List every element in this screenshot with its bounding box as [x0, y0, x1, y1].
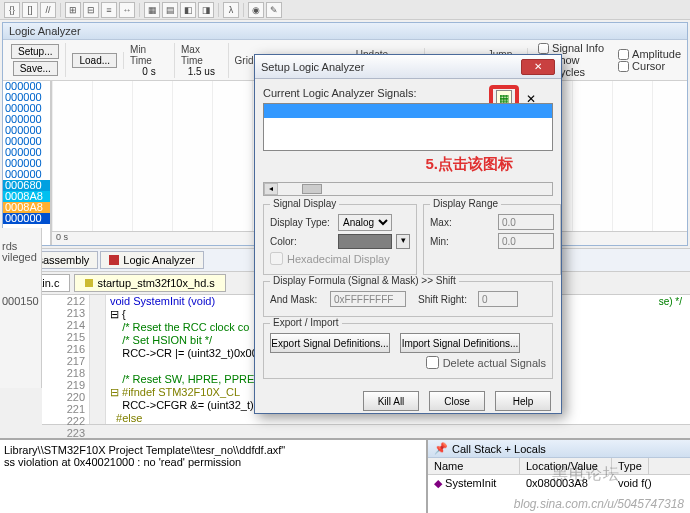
kill-all-button[interactable]: Kill All [363, 391, 419, 411]
and-mask-label: And Mask: [270, 294, 326, 305]
call-stack-title: 📌Call Stack + Locals [428, 440, 690, 458]
max-time-value: 1.5 us [188, 66, 215, 77]
toolbar-icon[interactable]: ⊞ [65, 2, 81, 18]
toolbar-icon[interactable]: ▦ [144, 2, 160, 18]
help-button[interactable]: Help [495, 391, 551, 411]
amplitude-check[interactable]: Amplitude [614, 48, 685, 60]
col-name[interactable]: Name [428, 458, 520, 474]
max-input[interactable] [498, 214, 554, 230]
display-formula-group: Display Formula (Signal & Mask) >> Shift… [263, 281, 553, 317]
asm-file-icon [85, 279, 93, 287]
min-label: Min: [430, 236, 494, 247]
line-numbers: 2122132142152162172182192202212222232242… [42, 295, 90, 424]
min-input[interactable] [498, 233, 554, 249]
color-picker-button[interactable]: ▾ [396, 234, 410, 249]
and-mask-input[interactable] [330, 291, 406, 307]
shift-label: Shift Right: [418, 294, 474, 305]
dialog-title: Setup Logic Analyzer [261, 61, 364, 73]
grid-label: Grid [235, 55, 254, 66]
toolbar-icon[interactable]: ◧ [180, 2, 196, 18]
main-toolbar: {} [] // ⊞ ⊟ ≡ ↔ ▦ ▤ ◧ ◨ λ ◉ ✎ [0, 0, 690, 20]
load-button[interactable]: Load... [72, 53, 117, 68]
export-definitions-button[interactable]: Export Signal Definitions... [270, 333, 390, 353]
toolbar-icon[interactable]: ◉ [248, 2, 264, 18]
hex-display-check: Hexadecimal Display [270, 252, 410, 265]
color-swatch[interactable] [338, 234, 392, 249]
toolbar-icon[interactable]: ◨ [198, 2, 214, 18]
annotation-text: 5.点击该图标 [263, 151, 553, 178]
import-definitions-button[interactable]: Import Signal Definitions... [400, 333, 520, 353]
separator [243, 3, 244, 17]
color-label: Color: [270, 236, 334, 247]
horizontal-scrollbar[interactable]: ◂ [263, 182, 553, 196]
toolbar-icon[interactable]: {} [4, 2, 20, 18]
toolbar-icon[interactable]: ✎ [266, 2, 282, 18]
setup-logic-analyzer-dialog: Setup Logic Analyzer ✕ Current Logic Ana… [254, 54, 562, 414]
pin-icon[interactable]: 📌 [434, 442, 448, 455]
display-range-group: Display Range Max: Min: [423, 204, 561, 275]
la-icon [109, 255, 119, 265]
tab-logic-analyzer[interactable]: Logic Analyzer [100, 251, 204, 269]
close-icon[interactable]: ✕ [521, 59, 555, 75]
toolbar-icon[interactable]: ▤ [162, 2, 178, 18]
output-pane[interactable]: Library\\STM32F10X Project Template\\tes… [0, 440, 428, 513]
watermark-url: blog.sina.com.cn/u/5045747318 [514, 497, 684, 511]
breakpoint-gutter[interactable] [90, 295, 106, 424]
left-info-sidebar: rds vileged 000150 [0, 228, 42, 388]
cursor-check[interactable]: Cursor [614, 60, 685, 72]
dialog-titlebar[interactable]: Setup Logic Analyzer ✕ [255, 55, 561, 79]
display-type-label: Display Type: [270, 217, 334, 228]
file-tab-startup[interactable]: startup_stm32f10x_hd.s [74, 274, 225, 292]
close-button[interactable]: Close [429, 391, 485, 411]
display-type-select[interactable]: Analog [338, 214, 392, 231]
signal-display-group: Signal Display Display Type: Analog Colo… [263, 204, 417, 275]
max-label: Max: [430, 217, 494, 228]
min-time-value: 0 s [142, 66, 155, 77]
delete-signals-check[interactable]: Delete actual Signals [270, 356, 546, 369]
toolbar-icon[interactable]: λ [223, 2, 239, 18]
export-import-group: Export / Import Export Signal Definition… [263, 323, 553, 379]
signal-info-check[interactable]: Signal Info [534, 42, 614, 54]
scroll-thumb[interactable] [302, 184, 322, 194]
scroll-left-icon[interactable]: ◂ [264, 183, 278, 195]
signals-listbox[interactable] [263, 103, 553, 151]
toolbar-icon[interactable]: // [40, 2, 56, 18]
watermark-cn: 黑电论坛 [552, 464, 620, 485]
min-time-label: Min Time [130, 44, 168, 66]
toolbar-icon[interactable]: [] [22, 2, 38, 18]
signal-row-selected[interactable] [264, 104, 552, 118]
setup-button[interactable]: Setup... [11, 44, 59, 59]
la-address-column: 000000 000000 000000 000000 000000 00000… [3, 81, 51, 245]
toolbar-icon[interactable]: ↔ [119, 2, 135, 18]
toolbar-icon[interactable]: ⊟ [83, 2, 99, 18]
code-truncated-text: se) */ [659, 296, 682, 307]
shift-input[interactable] [478, 291, 518, 307]
toolbar-icon[interactable]: ≡ [101, 2, 117, 18]
dialog-buttons: Kill All Close Help [263, 385, 553, 413]
separator [218, 3, 219, 17]
la-title: Logic Analyzer [3, 23, 687, 40]
separator [60, 3, 61, 17]
separator [139, 3, 140, 17]
save-button[interactable]: Save... [13, 61, 58, 76]
max-time-label: Max Time [181, 44, 222, 66]
